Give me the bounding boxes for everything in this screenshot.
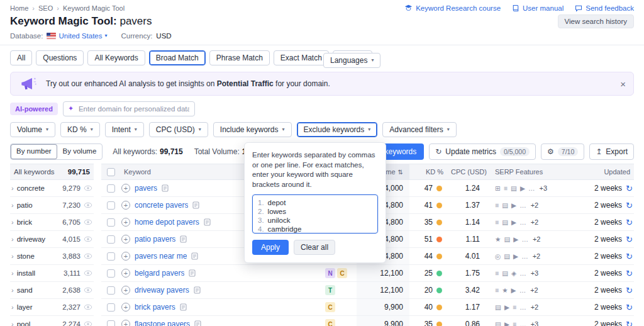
expand-chevron-icon[interactable]: › — [11, 286, 14, 294]
group-row[interactable]: › concrete 9,279 — [10, 180, 94, 197]
match-type-tab[interactable]: Phrase Match — [209, 50, 270, 65]
eye-icon[interactable] — [84, 287, 92, 293]
group-row[interactable]: › driveway 4,015 — [10, 231, 94, 248]
serp-page-icon[interactable] — [192, 201, 199, 209]
keyword-link[interactable]: driveway pavers — [135, 286, 189, 295]
keyword-link[interactable]: pavers — [135, 184, 157, 193]
languages-dropdown[interactable]: Languages ▾ — [323, 53, 380, 68]
group-row[interactable]: › install 3,111 — [10, 265, 94, 282]
row-checkbox[interactable] — [107, 218, 115, 227]
breadcrumb-seo[interactable]: SEO — [38, 4, 53, 12]
by-number-toggle[interactable]: By number — [11, 144, 57, 159]
match-type-tab[interactable]: Exact Match — [274, 50, 329, 65]
serp-more-count[interactable]: +3 — [531, 269, 539, 277]
serp-more-count[interactable]: +2 — [531, 218, 539, 226]
match-type-tab[interactable]: Questions — [36, 50, 84, 65]
clear-all-button[interactable]: Clear all — [294, 240, 335, 255]
update-metrics-button[interactable]: ↻ Update metrics 0/5,000 — [429, 143, 536, 160]
add-keyword-icon[interactable]: + — [121, 201, 130, 210]
expand-chevron-icon[interactable]: › — [11, 269, 14, 277]
add-keyword-icon[interactable]: + — [121, 184, 130, 193]
apply-button[interactable]: Apply — [252, 240, 289, 255]
match-type-tab[interactable]: Broad Match — [149, 50, 206, 65]
row-checkbox[interactable] — [107, 320, 115, 326]
serp-page-icon[interactable] — [194, 320, 201, 326]
group-row[interactable]: › stone 3,883 — [10, 248, 94, 265]
refresh-metrics-icon[interactable]: ↻ — [626, 286, 633, 295]
serp-page-icon[interactable] — [180, 235, 187, 243]
header-serp-features[interactable]: SERP Features — [490, 168, 586, 176]
refresh-metrics-icon[interactable]: ↻ — [626, 320, 633, 326]
match-type-tab[interactable]: All Keywords — [87, 50, 145, 65]
filter-dropdown[interactable]: Include keywords ▾ — [213, 122, 292, 137]
send-feedback-link[interactable]: Send feedback — [575, 4, 634, 12]
eye-icon[interactable] — [84, 185, 92, 191]
expand-chevron-icon[interactable]: › — [11, 252, 14, 260]
refresh-metrics-icon[interactable]: ↻ — [626, 218, 633, 227]
refresh-metrics-icon[interactable]: ↻ — [626, 303, 633, 312]
filter-dropdown[interactable]: Volume ▾ — [10, 122, 55, 137]
serp-more-count[interactable]: +2 — [531, 303, 539, 311]
serp-more-count[interactable]: +2 — [533, 252, 541, 260]
eye-icon[interactable] — [84, 219, 92, 225]
eye-icon[interactable] — [84, 321, 92, 326]
keyword-link[interactable]: concrete pavers — [135, 201, 188, 210]
eye-icon[interactable] — [84, 304, 92, 310]
match-type-tab[interactable]: All — [10, 50, 32, 65]
add-keyword-icon[interactable]: + — [121, 235, 130, 244]
filter-dropdown[interactable]: Intent ▾ — [105, 122, 144, 137]
group-row[interactable]: › layer 2,327 — [10, 299, 94, 316]
row-checkbox[interactable] — [107, 269, 115, 278]
serp-more-count[interactable]: +3 — [539, 184, 547, 192]
eye-icon[interactable] — [84, 253, 92, 259]
filter-dropdown[interactable]: CPC (USD) ▾ — [149, 122, 208, 137]
add-keyword-icon[interactable]: + — [121, 303, 130, 312]
row-checkbox[interactable] — [107, 184, 115, 193]
keyword-research-course-link[interactable]: Keyword Research course — [404, 4, 501, 12]
view-search-history-button[interactable]: View search history — [558, 14, 635, 28]
serp-page-icon[interactable] — [191, 252, 198, 260]
serp-more-count[interactable]: +2 — [530, 286, 538, 294]
add-keyword-icon[interactable]: + — [121, 218, 130, 227]
expand-chevron-icon[interactable]: › — [11, 303, 14, 311]
expand-chevron-icon[interactable]: › — [11, 184, 14, 192]
eye-icon[interactable] — [84, 202, 92, 208]
row-checkbox[interactable] — [107, 235, 115, 244]
group-row[interactable]: › pool 2,274 — [10, 316, 94, 326]
row-checkbox[interactable] — [107, 286, 115, 295]
keyword-link[interactable]: patio pavers — [135, 235, 175, 244]
add-keyword-icon[interactable]: + — [121, 252, 130, 261]
export-button[interactable]: ↥ Export — [589, 143, 634, 160]
by-volume-toggle[interactable]: By volume — [57, 144, 103, 159]
group-row[interactable]: › patio 7,230 — [10, 197, 94, 214]
keyword-link[interactable]: belgard pavers — [135, 269, 184, 278]
keyword-link[interactable]: brick pavers — [135, 303, 175, 312]
refresh-metrics-icon[interactable]: ↻ — [626, 184, 633, 193]
eye-icon[interactable] — [84, 270, 92, 276]
add-keyword-icon[interactable]: + — [121, 320, 130, 326]
expand-chevron-icon[interactable]: › — [11, 218, 14, 226]
serp-page-icon[interactable] — [162, 184, 169, 192]
refresh-metrics-icon[interactable]: ↻ — [626, 252, 633, 261]
settings-button[interactable]: ⚙ 7/10 — [541, 143, 584, 160]
serp-more-count[interactable]: +3 — [531, 320, 539, 326]
refresh-metrics-icon[interactable]: ↻ — [626, 201, 633, 210]
header-cpc[interactable]: CPC (USD) — [447, 168, 490, 176]
expand-chevron-icon[interactable]: › — [11, 235, 14, 243]
database-selector[interactable]: United States ▾ — [47, 32, 107, 40]
row-checkbox[interactable] — [107, 252, 115, 261]
row-checkbox[interactable] — [107, 303, 115, 312]
refresh-metrics-icon[interactable]: ↻ — [626, 235, 633, 244]
group-row[interactable]: › sand 2,638 — [10, 282, 94, 299]
add-keyword-icon[interactable]: + — [121, 286, 130, 295]
serp-page-icon[interactable] — [189, 269, 196, 277]
refresh-metrics-icon[interactable]: ↻ — [626, 269, 633, 278]
domain-input[interactable] — [63, 101, 195, 116]
header-kd[interactable]: KD % — [409, 168, 447, 176]
eye-icon[interactable] — [84, 236, 92, 242]
serp-page-icon[interactable] — [194, 286, 201, 294]
close-icon[interactable]: × — [620, 79, 626, 89]
keyword-link[interactable]: pavers near me — [135, 252, 187, 261]
serp-page-icon[interactable] — [204, 218, 211, 226]
all-keywords-group[interactable]: All keywords 99,715 — [10, 164, 94, 180]
